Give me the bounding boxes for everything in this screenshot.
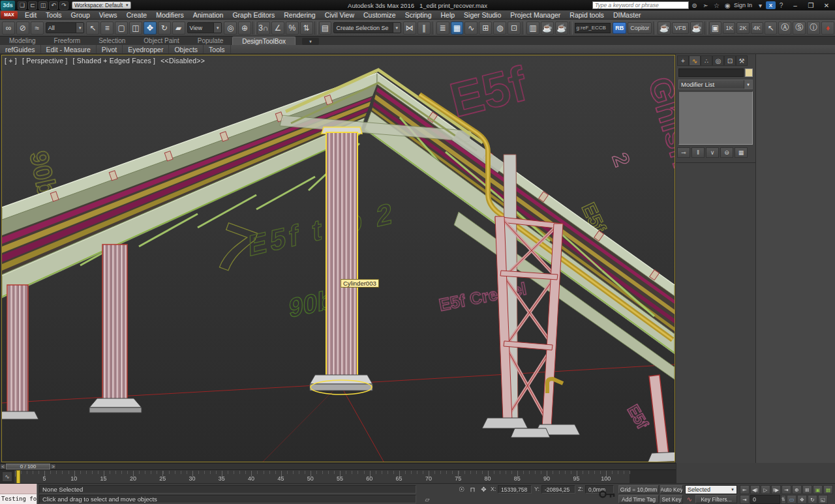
search-input[interactable]: Type a keyword or phrase xyxy=(592,1,689,9)
object-name-field[interactable] xyxy=(678,68,744,77)
object-color-swatch[interactable] xyxy=(745,68,753,77)
render-production-icon[interactable]: ☕ xyxy=(541,22,554,35)
tab-display-icon[interactable]: ⊡ xyxy=(724,55,736,66)
menu-modifiers[interactable]: Modifiers xyxy=(151,11,189,19)
listener-script-line[interactable]: Testing for i xyxy=(0,494,37,504)
next-frame[interactable]: ‖▶ xyxy=(771,485,781,494)
manage-layers-icon[interactable]: ≣ xyxy=(436,22,449,35)
percent-snap-toggle-icon[interactable]: % xyxy=(286,22,299,35)
select-and-scale-icon[interactable]: ▰ xyxy=(172,22,185,35)
menu-animation[interactable]: Animation xyxy=(189,11,228,19)
sign-in-button[interactable]: Sign In xyxy=(734,2,752,8)
track-bar[interactable]: ∿ 51015202530354045505560657075808590951… xyxy=(0,469,676,483)
ribbon-tab-modeling[interactable]: Modeling xyxy=(0,37,45,45)
select-and-link-icon[interactable]: ∞ xyxy=(2,22,15,35)
curve-editor-icon[interactable]: ∿ xyxy=(464,22,478,35)
help-icon[interactable]: ? xyxy=(776,1,786,10)
s-circle-tool-icon[interactable]: Ⓢ xyxy=(793,22,806,35)
listener-macro-line[interactable] xyxy=(0,484,37,494)
ribbon-tab-freeform[interactable]: Freeform xyxy=(45,37,90,45)
res-1k-button[interactable]: 1K xyxy=(723,22,735,34)
save-file-icon[interactable]: ◫ xyxy=(38,1,48,10)
selection-set-dropdown[interactable]: Selected ▾ xyxy=(685,485,737,494)
a-circle-tool-icon[interactable]: Ⓐ xyxy=(778,22,791,35)
select-and-rotate-icon[interactable]: ↻ xyxy=(158,22,171,35)
menu-graph-editors[interactable]: Graph Editors xyxy=(228,11,279,19)
maximize-viewport-toggle[interactable]: ◱ xyxy=(818,495,828,504)
ribbon-tab-object paint[interactable]: Object Paint xyxy=(134,37,188,45)
menu-project-manager[interactable]: Project Manager xyxy=(506,11,565,19)
menu-help[interactable]: Help xyxy=(436,11,459,19)
zoom-viewport[interactable]: ⊕ xyxy=(792,485,802,494)
ribbon-options-button[interactable]: ▾ xyxy=(302,38,319,45)
toggle-scene-explorer-icon[interactable]: ▦ xyxy=(451,22,464,35)
menu-rendering[interactable]: Rendering xyxy=(279,11,320,19)
ribbon-panel-edit-measure[interactable]: Edit - Measure xyxy=(41,45,97,53)
absolute-mode-icon[interactable]: ✥ xyxy=(479,485,489,494)
window-crossing-toggle-icon[interactable]: ◫ xyxy=(129,22,142,35)
time-slider-handle[interactable]: 0 / 100 xyxy=(6,464,50,469)
tab-create-icon[interactable]: + xyxy=(677,55,689,66)
current-frame-field[interactable]: 0 xyxy=(750,495,780,504)
vfb-teapot-right-icon[interactable]: ☕ xyxy=(690,22,703,35)
menu-views[interactable]: Views xyxy=(95,11,122,19)
undo-icon[interactable]: ↶ xyxy=(49,1,58,10)
current-frame-marker[interactable] xyxy=(16,470,20,484)
favorites-star-icon[interactable]: ☆ xyxy=(712,1,721,10)
vfb-teapot-left-icon[interactable]: ☕ xyxy=(658,22,671,35)
previous-frame[interactable]: ◀‖ xyxy=(750,485,760,494)
rb-button[interactable]: RB xyxy=(613,22,626,34)
viewport[interactable]: [ + ] [ Perspective ] [ Shaded + Edged F… xyxy=(1,55,675,462)
chevron-down-icon[interactable]: ▾ xyxy=(755,1,765,10)
key-mode-toggle[interactable]: ⇥ xyxy=(740,495,750,504)
spinner-snap-toggle-icon[interactable]: ⇅ xyxy=(300,22,313,35)
remove-modifier-button[interactable]: ⊖ xyxy=(720,147,733,158)
angle-snap-toggle-icon[interactable]: ∠ xyxy=(271,22,284,35)
set-keys-key-icon[interactable] xyxy=(599,488,616,501)
zoom-extents-all[interactable]: ▦ xyxy=(823,485,833,494)
maxscript-mini-listener[interactable]: Testing for i xyxy=(0,484,37,504)
exchange-apps-icon[interactable]: X xyxy=(766,1,776,9)
render-setup-icon[interactable]: ⊡ xyxy=(508,22,521,35)
viewport-menu-pov[interactable]: [ Perspective ] xyxy=(22,57,68,65)
align-icon[interactable]: ∥ xyxy=(418,22,431,35)
i-circle-tool-icon[interactable]: ⓘ xyxy=(807,22,820,35)
cursor-tool-icon[interactable]: ↖ xyxy=(765,22,778,35)
add-time-tag-button[interactable]: Add Time Tag xyxy=(618,495,659,503)
mirror-icon[interactable]: ⋈ xyxy=(403,22,416,35)
res-4k-button[interactable]: 4K xyxy=(751,22,763,34)
tab-motion-icon[interactable]: ◎ xyxy=(712,55,724,66)
new-scene-icon[interactable]: ❏ xyxy=(18,1,27,10)
zoom-all[interactable]: ⊞ xyxy=(802,485,812,494)
hot-plugin-icon[interactable]: ♦ xyxy=(821,22,834,35)
close-button[interactable]: ✕ xyxy=(819,1,834,10)
next-frame-arrow[interactable]: > xyxy=(50,464,56,469)
zoom-extents[interactable]: ▣ xyxy=(813,485,823,494)
unlink-selection-icon[interactable]: ⊘ xyxy=(16,22,29,35)
minimize-button[interactable]: – xyxy=(788,1,802,10)
resize-render-preset-icon[interactable]: ▣ xyxy=(709,22,722,35)
search-icon[interactable]: ⊚ xyxy=(690,1,699,10)
orbit-view[interactable]: ↻ xyxy=(808,495,817,504)
open-file-icon[interactable]: ⊏ xyxy=(28,1,37,10)
tab-modify-icon[interactable]: ∿ xyxy=(689,55,701,66)
ribbon-panel-refguides[interactable]: refGuides xyxy=(0,45,41,53)
communication-center-icon[interactable]: ➣ xyxy=(701,1,710,10)
pan-view[interactable]: ✥ xyxy=(797,495,807,504)
menu-tools[interactable]: Tools xyxy=(41,11,67,19)
go-to-end[interactable]: ⇥ xyxy=(782,485,791,494)
menu-dimaster[interactable]: DIMaster xyxy=(609,11,646,19)
mini-curve-editor-button[interactable]: ∿ xyxy=(2,471,12,482)
ribbon-panel-eyedropper[interactable]: Eyedropper xyxy=(123,45,169,53)
tab-utilities-icon[interactable]: ⚒ xyxy=(736,55,748,66)
zoom-region[interactable]: ▭ xyxy=(787,495,797,504)
menu-siger-studio[interactable]: Siger Studio xyxy=(459,11,506,19)
schematic-view-icon[interactable]: ⊞ xyxy=(479,22,492,35)
menu-edit[interactable]: Edit xyxy=(20,11,41,19)
default-in-out-tangents-icon[interactable]: ∿ xyxy=(685,495,694,503)
selection-filter-dropdown[interactable]: All▾ xyxy=(46,22,85,33)
menu-scripting[interactable]: Scripting xyxy=(401,11,436,19)
menu-create[interactable]: Create xyxy=(122,11,152,19)
workspace-dropdown[interactable]: Workspace: Default ▾ xyxy=(72,1,131,9)
res-2k-button[interactable]: 2K xyxy=(736,22,749,34)
